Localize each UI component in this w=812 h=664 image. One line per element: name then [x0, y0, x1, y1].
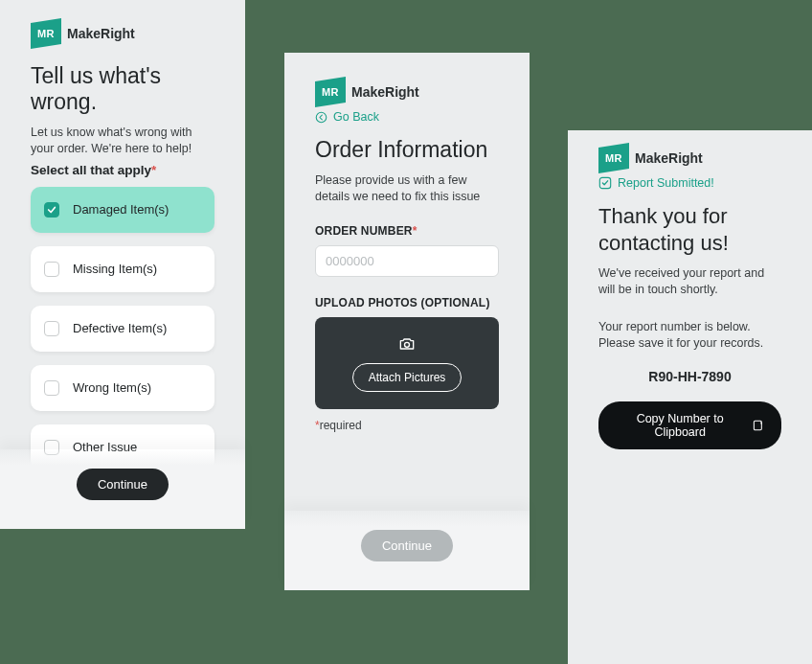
go-back-link[interactable]: Go Back	[315, 110, 499, 124]
checkbox-icon	[44, 202, 59, 218]
checkbox-icon	[44, 321, 59, 336]
go-back-text: Go Back	[333, 110, 379, 124]
page-title: Order Information	[315, 137, 499, 163]
attach-pictures-button[interactable]: Attach Pictures	[352, 363, 462, 392]
brand-badge: MR	[315, 81, 346, 103]
panel-select-issue: MR MakeRight Tell us what's wrong. Let u…	[0, 0, 245, 529]
panel-footer: Continue	[284, 511, 530, 590]
confirmation-line-2: Your report number is below. Please save…	[598, 319, 781, 352]
option-wrong[interactable]: Wrong Item(s)	[31, 365, 214, 411]
option-label: Missing Item(s)	[73, 262, 157, 276]
arrow-left-circle-icon	[315, 111, 327, 124]
submitted-badge: Report Submitted!	[598, 176, 781, 190]
select-all-label: Select all that apply*	[31, 163, 214, 177]
upload-label: UPLOAD PHOTOS (OPTIONAL)	[315, 296, 499, 309]
option-missing[interactable]: Missing Item(s)	[31, 246, 214, 292]
camera-icon	[397, 334, 417, 354]
order-number-label: ORDER NUMBER*	[315, 224, 499, 238]
continue-button[interactable]: Continue	[77, 469, 169, 500]
brand-logo: MR MakeRight	[598, 148, 781, 169]
checkbox-icon	[44, 262, 59, 277]
page-title: Thank you for contacting us!	[598, 203, 781, 256]
copy-number-button[interactable]: Copy Number to Clipboard	[598, 401, 781, 449]
option-label: Damaged Item(s)	[73, 202, 169, 217]
page-subtitle: Let us know what's wrong with your order…	[31, 125, 214, 157]
required-asterisk: *	[151, 163, 156, 177]
brand-logo: MR MakeRight	[31, 23, 214, 44]
brand-logo: MR MakeRight	[315, 81, 499, 103]
svg-point-0	[316, 112, 327, 123]
svg-point-1	[405, 342, 410, 347]
required-note-text: required	[320, 419, 362, 432]
option-defective[interactable]: Defective Item(s)	[31, 306, 214, 352]
clipboard-icon	[752, 419, 764, 432]
brand-name: MakeRight	[67, 26, 135, 41]
continue-button-disabled: Continue	[361, 530, 453, 561]
brand-name: MakeRight	[635, 150, 703, 166]
page-subtitle: Please provide us with a few details we …	[315, 172, 499, 205]
upload-dropzone[interactable]: Attach Pictures	[315, 317, 499, 409]
check-circle-icon	[598, 176, 612, 190]
brand-badge: MR	[598, 148, 629, 169]
confirmation-line-1: We've received your report and will be i…	[598, 265, 781, 298]
option-label: Wrong Item(s)	[73, 380, 151, 395]
option-damaged[interactable]: Damaged Item(s)	[31, 187, 214, 233]
brand-name: MakeRight	[351, 84, 419, 100]
report-number: R90-HH-7890	[598, 369, 781, 384]
order-number-input[interactable]	[315, 245, 499, 277]
brand-badge: MR	[31, 23, 61, 44]
select-all-text: Select all that apply	[31, 163, 151, 177]
required-note: *required	[315, 419, 499, 432]
panel-footer: Continue	[0, 449, 245, 529]
copy-button-label: Copy Number to Clipboard	[616, 412, 744, 439]
submitted-text: Report Submitted!	[618, 176, 714, 190]
checkbox-icon	[44, 380, 59, 396]
issue-options-list: Damaged Item(s) Missing Item(s) Defectiv…	[31, 187, 214, 470]
panel-order-info: MR MakeRight Go Back Order Information P…	[284, 53, 530, 590]
required-asterisk: *	[413, 224, 417, 238]
option-label: Defective Item(s)	[73, 321, 167, 335]
order-number-label-text: ORDER NUMBER	[315, 224, 413, 238]
panel-confirmation: MR MakeRight Report Submitted! Thank you…	[568, 130, 812, 664]
page-title: Tell us what's wrong.	[31, 63, 214, 115]
svg-rect-3	[755, 421, 762, 430]
